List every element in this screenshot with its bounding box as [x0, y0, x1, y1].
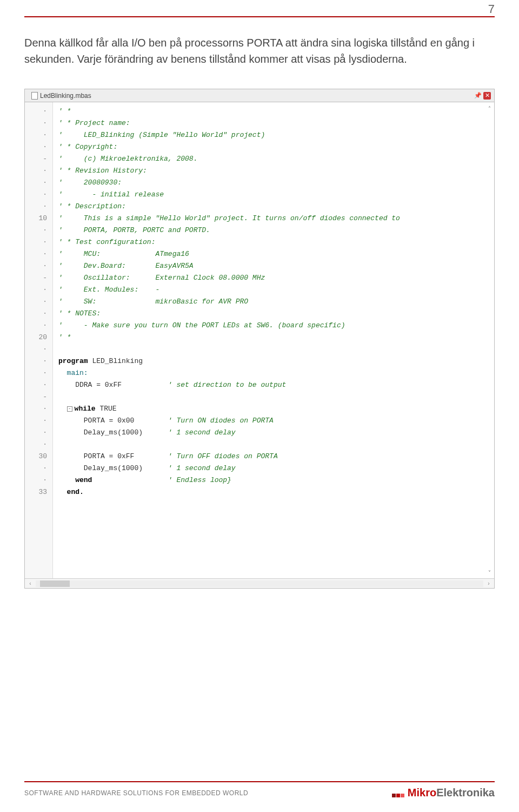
- footer-text: SOFTWARE AND HARDWARE SOLUTIONS FOR EMBE…: [24, 789, 248, 797]
- scroll-track[interactable]: [36, 580, 483, 587]
- brand-gray: Elektronika: [436, 787, 495, 799]
- code-line: main:: [58, 367, 494, 379]
- pin-icon[interactable]: 📌: [474, 92, 482, 100]
- code-line: ' 20080930:: [58, 177, 494, 189]
- code-line: ' PORTA, PORTB, PORTC and PORTD.: [58, 225, 494, 236]
- code-line: [58, 391, 494, 403]
- code-line: wend ' Endless loop}: [58, 474, 494, 486]
- file-tab[interactable]: LedBlinking.mbas: [28, 91, 95, 101]
- code-line: ' *: [58, 332, 494, 344]
- code-line: -while TRUE: [58, 403, 494, 415]
- code-line: ' MCU: ATmega16: [58, 248, 494, 260]
- close-icon[interactable]: ✕: [483, 92, 491, 100]
- code-line: ' LED_Blinking (Simple "Hello World" pro…: [58, 129, 494, 141]
- code-line: ' Oscillator: External Clock 08.0000 MHz: [58, 272, 494, 284]
- code-line: ' Dev.Board: EasyAVR5A: [58, 260, 494, 272]
- scroll-left-icon[interactable]: ‹: [26, 580, 34, 587]
- scroll-down-icon[interactable]: ˅: [485, 569, 493, 576]
- scroll-thumb[interactable]: [40, 580, 70, 587]
- code-line: PORTA = 0xFF ' Turn OFF diodes on PORTA: [58, 451, 494, 463]
- code-line: Delay_ms(1000) ' 1 second delay: [58, 427, 494, 439]
- code-line: program LED_Blinking: [58, 355, 494, 367]
- code-line: end.: [58, 486, 494, 498]
- page-number: 7: [488, 2, 495, 16]
- code-line: ' * Description:: [58, 201, 494, 213]
- code-line: [58, 344, 494, 355]
- code-editor: LedBlinking.mbas 📌 ✕ ····-····10····-···…: [24, 89, 495, 589]
- code-line: ' * Revision History:: [58, 165, 494, 177]
- code-line: ' * Copyright:: [58, 141, 494, 153]
- scroll-up-icon[interactable]: ˄: [485, 104, 493, 112]
- horizontal-scrollbar[interactable]: ‹ ›: [25, 578, 494, 588]
- intro-paragraph: Denna källkod får alla I/O ben på proces…: [24, 35, 495, 67]
- tab-filename: LedBlinking.mbas: [40, 92, 91, 100]
- fold-toggle[interactable]: -: [67, 406, 72, 412]
- editor-tab-bar: LedBlinking.mbas 📌 ✕: [25, 89, 494, 102]
- brand-logo: MikroElektronika: [392, 787, 495, 799]
- code-line: ' * Test configuration:: [58, 236, 494, 248]
- code-line: PORTA = 0x00 ' Turn ON diodes on PORTA: [58, 415, 494, 427]
- code-line: ' This is a simple "Hello World" project…: [58, 213, 494, 225]
- code-line: ' * Project name:: [58, 117, 494, 129]
- code-line: ' *: [58, 105, 494, 117]
- brand-icon: [392, 794, 404, 797]
- code-line: ' - initial release: [58, 189, 494, 201]
- page-footer: SOFTWARE AND HARDWARE SOLUTIONS FOR EMBE…: [24, 781, 495, 799]
- brand-red: Mikro: [408, 787, 436, 799]
- code-line: ' Ext. Modules: -: [58, 284, 494, 296]
- file-icon: [31, 92, 38, 100]
- code-line: Delay_ms(1000) ' 1 second delay: [58, 463, 494, 474]
- code-line: ' (c) Mikroelektronika, 2008.: [58, 153, 494, 165]
- code-line: ' SW: mikroBasic for AVR PRO: [58, 296, 494, 308]
- scroll-right-icon[interactable]: ›: [485, 580, 493, 587]
- code-line: ' * NOTES:: [58, 308, 494, 320]
- code-line: [58, 439, 494, 451]
- code-line: ' - Make sure you turn ON the PORT LEDs …: [58, 320, 494, 332]
- code-body[interactable]: ' *' * Project name:' LED_Blinking (Simp…: [53, 102, 494, 578]
- code-line: DDRA = 0xFF ' set direction to be output: [58, 379, 494, 391]
- line-gutter: ····-····10····-····20····-····30··33: [25, 102, 53, 578]
